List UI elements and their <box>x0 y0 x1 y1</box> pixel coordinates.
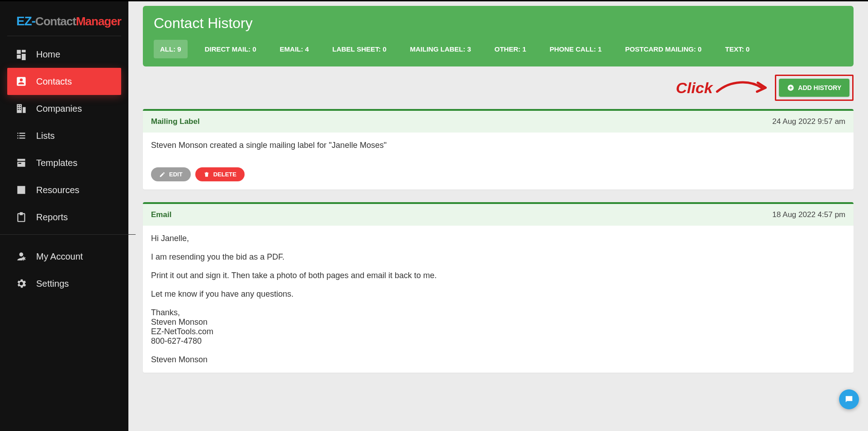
tab-label-sheet[interactable]: LABEL SHEET: 0 <box>326 40 393 58</box>
history-line: I am resending you the bid as a PDF. <box>151 252 845 262</box>
history-line: 800-627-4780 <box>151 336 845 346</box>
tab-mailing-label[interactable]: MAILING LABEL: 3 <box>404 40 477 58</box>
history-card-header: Email 18 Aug 2022 4:57 pm <box>143 204 854 226</box>
sidebar-item-label: Resources <box>36 185 80 195</box>
sidebar-item-label: My Account <box>36 251 83 262</box>
tab-direct-mail[interactable]: DIRECT MAIL: 0 <box>198 40 263 58</box>
page-title: Contact History <box>154 15 843 32</box>
filter-tabs: ALL: 9 DIRECT MAIL: 0 EMAIL: 4 LABEL SHE… <box>154 40 843 58</box>
app-logo: EZ-ContactManager <box>7 1 121 36</box>
history-card-header: Mailing Label 24 Aug 2022 9:57 am <box>143 111 854 133</box>
sidebar-item-label: Reports <box>36 212 68 223</box>
history-type: Email <box>151 210 171 219</box>
companies-icon <box>15 103 27 114</box>
sidebar-item-resources[interactable]: Resources <box>7 176 121 204</box>
lists-icon <box>15 130 27 142</box>
logo-part-1: EZ- <box>16 14 35 28</box>
history-actions: EDIT DELETE <box>143 167 854 189</box>
sidebar-item-templates[interactable]: Templates <box>7 149 121 176</box>
sidebar-item-label: Home <box>36 49 60 60</box>
tab-postcard-mailing[interactable]: POSTCARD MAILING: 0 <box>619 40 708 58</box>
add-history-button[interactable]: ADD HISTORY <box>779 79 849 97</box>
sidebar: EZ-ContactManager Home Contacts Companie… <box>0 1 128 431</box>
sidebar-item-companies[interactable]: Companies <box>7 95 121 122</box>
sidebar-item-account[interactable]: My Account <box>7 243 121 270</box>
sidebar-divider <box>0 234 136 235</box>
tab-text[interactable]: TEXT: 0 <box>719 40 756 58</box>
history-line: Let me know if you have any questions. <box>151 289 845 299</box>
history-type: Mailing Label <box>151 117 200 126</box>
sidebar-item-label: Contacts <box>36 76 72 87</box>
tab-phone-call[interactable]: PHONE CALL: 1 <box>543 40 608 58</box>
add-history-label: ADD HISTORY <box>798 84 841 91</box>
history-body: Hi Janelle, I am resending you the bid a… <box>143 226 854 373</box>
trash-icon <box>203 171 210 178</box>
tab-other[interactable]: OTHER: 1 <box>488 40 533 58</box>
sidebar-nav: Home Contacts Companies Lists <box>0 36 128 231</box>
sidebar-item-label: Settings <box>36 279 69 289</box>
sidebar-item-home[interactable]: Home <box>7 41 121 68</box>
history-date: 18 Aug 2022 4:57 pm <box>772 210 845 219</box>
account-icon <box>15 251 27 262</box>
chat-fab[interactable] <box>839 389 859 409</box>
chat-icon <box>844 394 854 404</box>
image-icon <box>15 184 27 196</box>
sidebar-item-settings[interactable]: Settings <box>7 270 121 297</box>
logo-part-2: Contact <box>35 14 76 28</box>
annotation-highlight-box: ADD HISTORY <box>775 75 854 101</box>
gear-icon <box>15 278 27 289</box>
sidebar-item-label: Lists <box>36 131 55 141</box>
tab-all[interactable]: ALL: 9 <box>154 40 188 58</box>
history-body: Steven Monson created a single mailing l… <box>143 133 854 167</box>
sidebar-nav-secondary: My Account Settings <box>0 238 128 297</box>
svg-point-2 <box>850 398 851 399</box>
sidebar-item-label: Companies <box>36 104 82 114</box>
edit-label: EDIT <box>169 171 183 178</box>
history-text: Steven Monson created a single mailing l… <box>151 141 845 150</box>
svg-point-0 <box>847 398 848 399</box>
history-line: Steven Monson <box>151 317 845 327</box>
history-card: Email 18 Aug 2022 4:57 pm Hi Janelle, I … <box>143 202 854 373</box>
main-content: Contact History ALL: 9 DIRECT MAIL: 0 EM… <box>128 1 868 431</box>
page-header-panel: Contact History ALL: 9 DIRECT MAIL: 0 EM… <box>143 6 854 66</box>
svg-point-1 <box>849 398 849 399</box>
delete-button[interactable]: DELETE <box>195 167 245 181</box>
sidebar-item-contacts[interactable]: Contacts <box>7 68 121 95</box>
delete-label: DELETE <box>213 171 236 178</box>
contacts-icon <box>15 76 27 87</box>
pencil-icon <box>159 171 165 178</box>
tab-email[interactable]: EMAIL: 4 <box>274 40 315 58</box>
edit-button[interactable]: EDIT <box>151 167 191 181</box>
dashboard-icon <box>15 48 27 60</box>
plus-circle-icon <box>787 84 794 91</box>
history-line: Steven Monson <box>151 355 845 365</box>
sidebar-item-reports[interactable]: Reports <box>7 204 121 231</box>
clipboard-icon <box>15 211 27 223</box>
sidebar-item-label: Templates <box>36 158 77 168</box>
sidebar-item-lists[interactable]: Lists <box>7 122 121 149</box>
toolbar: Click ADD HISTORY <box>143 75 854 101</box>
history-line: Hi Janelle, <box>151 234 845 243</box>
history-card: Mailing Label 24 Aug 2022 9:57 am Steven… <box>143 109 854 189</box>
templates-icon <box>15 157 27 169</box>
annotation-callout: Click <box>676 77 769 99</box>
annotation-text: Click <box>676 79 712 97</box>
logo-part-3: Manager <box>76 14 121 28</box>
history-line: Thanks, <box>151 308 845 317</box>
history-line: EZ-NetTools.com <box>151 327 845 336</box>
history-date: 24 Aug 2022 9:57 am <box>772 117 845 126</box>
arrow-icon <box>715 77 769 99</box>
history-line: Print it out and sign it. Then take a ph… <box>151 271 845 280</box>
